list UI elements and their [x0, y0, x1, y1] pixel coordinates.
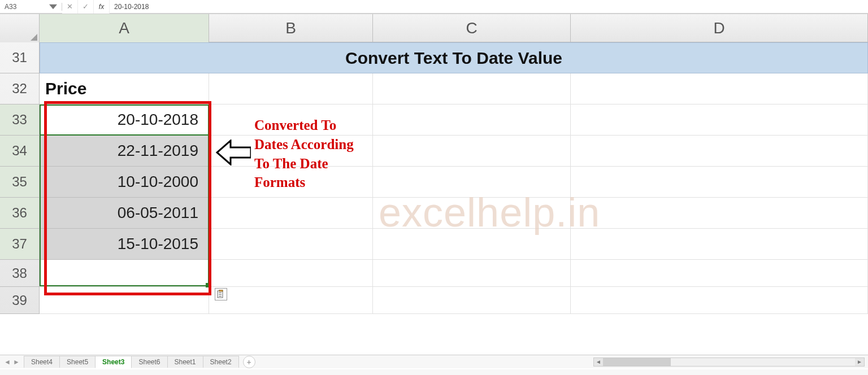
- cells-region: Convert Text To Date Value Price 20-10-2…: [40, 42, 868, 355]
- cell-title[interactable]: Convert Text To Date Value: [40, 42, 868, 73]
- row-header-39[interactable]: 39: [0, 287, 39, 314]
- cell-B38[interactable]: [209, 260, 373, 287]
- svg-rect-3: [219, 294, 222, 295]
- cell-D37[interactable]: [571, 229, 868, 260]
- row-header-38[interactable]: 38: [0, 260, 39, 287]
- status-bar-spacer: [0, 369, 868, 375]
- formula-confirm-button[interactable]: ✓: [78, 0, 94, 14]
- cell-A32[interactable]: Price: [40, 73, 209, 104]
- cell-C37[interactable]: [373, 229, 571, 260]
- row-32: Price: [40, 73, 868, 104]
- cell-B32[interactable]: [209, 73, 373, 104]
- cell-C36[interactable]: [373, 198, 571, 229]
- tab-sheet5[interactable]: Sheet5: [59, 356, 96, 368]
- col-header-C[interactable]: C: [373, 14, 571, 42]
- cell-C39[interactable]: [373, 287, 571, 314]
- row-header-36[interactable]: 36: [0, 198, 39, 229]
- col-header-D[interactable]: D: [571, 14, 868, 42]
- scroll-thumb[interactable]: [603, 358, 671, 366]
- svg-rect-1: [219, 290, 223, 291]
- row-34: 22-11-2019: [40, 136, 868, 167]
- cell-A38[interactable]: [40, 260, 209, 287]
- sheet-tabs-bar: ◄ ► Sheet4 Sheet5 Sheet3 Sheet6 Sheet1 S…: [0, 355, 868, 368]
- grid-area: A B C D 31 32 33 34 35 36 37 38 39 Conve…: [0, 14, 868, 355]
- scroll-right-button[interactable]: ►: [855, 358, 864, 366]
- tab-nav-prev[interactable]: ◄: [3, 358, 11, 366]
- svg-rect-2: [219, 293, 222, 293]
- row-37: 15-10-2015: [40, 229, 868, 260]
- cell-A33[interactable]: 20-10-2018: [40, 104, 209, 136]
- cell-D36[interactable]: [571, 198, 868, 229]
- row-35: 10-10-2000: [40, 167, 868, 198]
- tab-nav-next[interactable]: ►: [12, 358, 20, 366]
- row-header-33[interactable]: 33: [0, 104, 39, 136]
- cell-C38[interactable]: [373, 260, 571, 287]
- cell-D35[interactable]: [571, 167, 868, 198]
- row-31: Convert Text To Date Value: [40, 42, 868, 73]
- add-sheet-button[interactable]: +: [243, 356, 255, 368]
- cell-D38[interactable]: [571, 260, 868, 287]
- tab-nav-group: ◄ ►: [0, 358, 24, 366]
- svg-rect-4: [219, 296, 222, 296]
- cell-C33[interactable]: [373, 104, 571, 136]
- row-header-strip: 31 32 33 34 35 36 37 38 39: [0, 42, 40, 314]
- formula-input[interactable]: 20-10-2018: [110, 3, 868, 11]
- cell-B36[interactable]: [209, 198, 373, 229]
- cell-D39[interactable]: [571, 287, 868, 314]
- cell-C32[interactable]: [373, 73, 571, 104]
- column-header-row: A B C D: [0, 14, 868, 42]
- row-39: [40, 287, 868, 314]
- cell-B39[interactable]: [209, 287, 373, 314]
- cell-D34[interactable]: [571, 136, 868, 167]
- cell-B35[interactable]: [209, 167, 373, 198]
- select-all-cell[interactable]: [0, 14, 40, 42]
- formula-cancel-button[interactable]: ✕: [62, 0, 78, 14]
- cell-C34[interactable]: [373, 136, 571, 167]
- formula-bar: A33 ✕ ✓ fx 20-10-2018: [0, 0, 868, 14]
- col-header-A[interactable]: A: [40, 14, 209, 42]
- row-header-34[interactable]: 34: [0, 136, 39, 167]
- name-box-value: A33: [5, 3, 16, 11]
- tab-sheet6[interactable]: Sheet6: [131, 356, 167, 368]
- row-36: 06-05-2011: [40, 198, 868, 229]
- col-header-B[interactable]: B: [209, 14, 373, 42]
- paste-options-button[interactable]: [215, 288, 227, 300]
- row-header-32[interactable]: 32: [0, 73, 39, 104]
- cell-D33[interactable]: [571, 104, 868, 136]
- chevron-down-icon[interactable]: [49, 3, 57, 11]
- row-header-37[interactable]: 37: [0, 229, 39, 260]
- horizontal-scrollbar[interactable]: ◄ ►: [593, 357, 865, 367]
- cell-C35[interactable]: [373, 167, 571, 198]
- cell-B37[interactable]: [209, 229, 373, 260]
- insert-function-button[interactable]: fx: [94, 0, 110, 14]
- tab-sheet3[interactable]: Sheet3: [95, 356, 132, 368]
- cell-A39[interactable]: [40, 287, 209, 314]
- row-33: 20-10-2018: [40, 104, 868, 136]
- tab-sheet2[interactable]: Sheet2: [203, 356, 239, 368]
- row-header-31[interactable]: 31: [0, 42, 39, 73]
- row-header-35[interactable]: 35: [0, 167, 39, 198]
- cell-B33[interactable]: [209, 104, 373, 136]
- cell-B34[interactable]: [209, 136, 373, 167]
- paste-options-icon: [216, 290, 225, 299]
- cell-D32[interactable]: [571, 73, 868, 104]
- cell-A35[interactable]: 10-10-2000: [40, 167, 209, 198]
- tab-sheet4[interactable]: Sheet4: [24, 356, 60, 368]
- cell-A34[interactable]: 22-11-2019: [40, 136, 209, 167]
- row-38: [40, 260, 868, 287]
- name-box[interactable]: A33: [0, 3, 62, 11]
- scroll-left-button[interactable]: ◄: [594, 358, 603, 366]
- cell-A37[interactable]: 15-10-2015: [40, 229, 209, 260]
- cell-A36[interactable]: 06-05-2011: [40, 198, 209, 229]
- tab-sheet1[interactable]: Sheet1: [167, 356, 203, 368]
